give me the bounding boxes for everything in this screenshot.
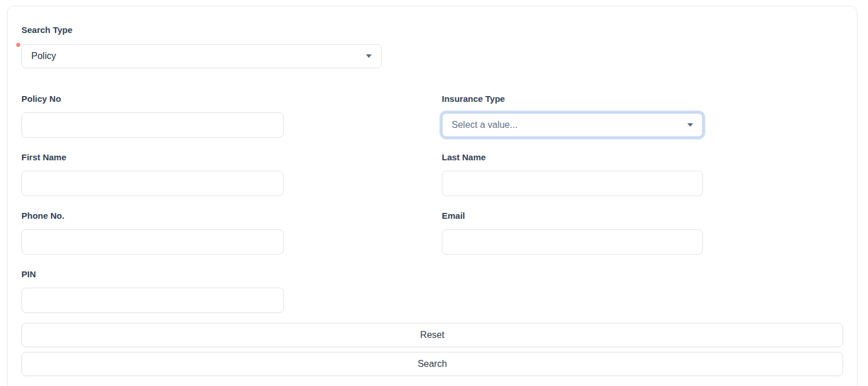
phone-no-label: Phone No. <box>21 211 64 220</box>
reset-button[interactable]: Reset <box>21 323 843 347</box>
search-type-dropdown[interactable]: Policy <box>21 44 382 68</box>
search-form-card: Search Type Policy Policy No Insurance T… <box>7 6 858 386</box>
insurance-type-dropdown[interactable]: Select a value... <box>442 113 703 137</box>
pin-label: PIN <box>21 270 36 279</box>
search-type-selected-value: Policy <box>31 51 56 61</box>
phone-no-input[interactable] <box>21 229 284 255</box>
email-field[interactable] <box>442 229 703 255</box>
last-name-input[interactable] <box>442 171 703 196</box>
policy-no-label: Policy No <box>21 94 61 104</box>
email-label: Email <box>442 211 465 220</box>
search-type-label: Search Type <box>21 25 72 35</box>
required-indicator-dot <box>16 43 20 47</box>
insurance-type-label: Insurance Type <box>442 94 505 104</box>
policy-no-input[interactable] <box>21 112 284 138</box>
last-name-label: Last Name <box>442 153 486 162</box>
pin-input[interactable] <box>21 288 284 313</box>
chevron-down-icon <box>687 123 693 127</box>
first-name-input[interactable] <box>21 171 284 196</box>
search-button[interactable]: Search <box>21 352 843 376</box>
first-name-label: First Name <box>21 153 67 162</box>
chevron-down-icon <box>366 54 372 58</box>
insurance-type-placeholder: Select a value... <box>452 120 518 130</box>
